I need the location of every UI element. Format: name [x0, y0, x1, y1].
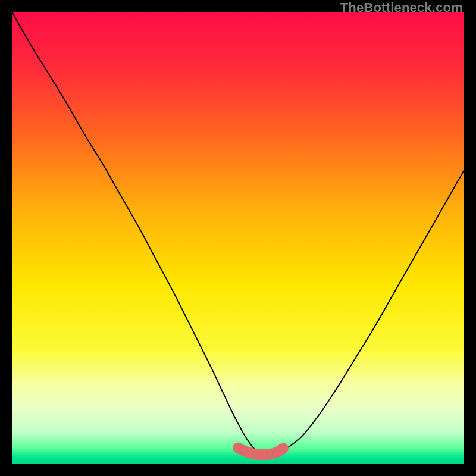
outer-black-frame: TheBottleneck.com: [0, 0, 476, 476]
watermark-text: TheBottleneck.com: [340, 0, 463, 15]
chart-svg: [12, 12, 464, 464]
plot-area: [12, 12, 464, 464]
gradient-background: [12, 12, 464, 464]
